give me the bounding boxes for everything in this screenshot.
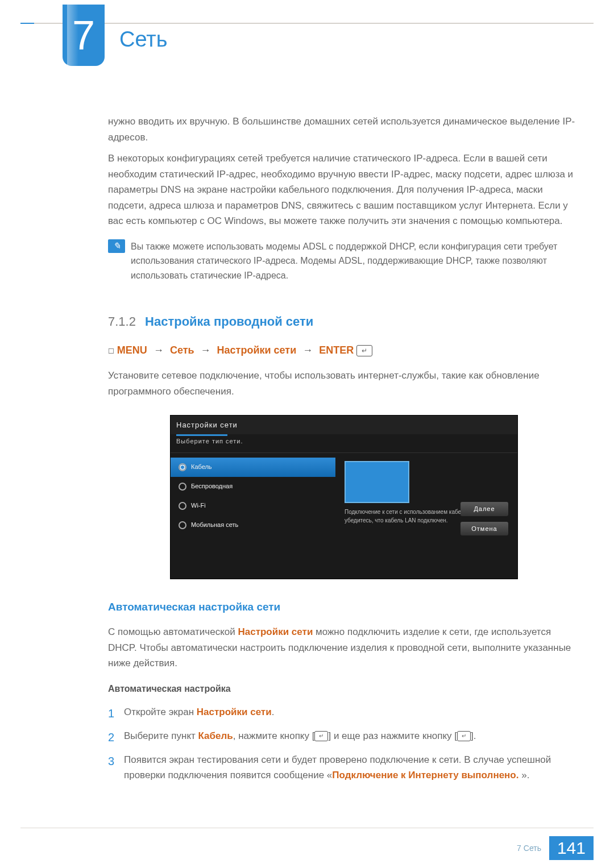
step-1: 1 Откройте экран Настройки сети.	[108, 704, 580, 722]
section-title: Настройка проводной сети	[145, 314, 313, 329]
screen-subtitle: Выберите тип сети.	[171, 434, 517, 453]
radio-icon	[179, 483, 186, 491]
section-intro: Установите сетевое подключение, чтобы ис…	[108, 368, 580, 399]
note-icon: ✎	[108, 239, 125, 253]
chapter-number: 7	[72, 12, 95, 59]
chapter-title: Сеть	[119, 27, 168, 52]
radio-icon	[179, 521, 186, 529]
step-3: 3 Появится экран тестирования сети и буд…	[108, 752, 580, 783]
screen-title: Настройки сети	[171, 416, 517, 434]
enter-icon: ↵	[356, 345, 372, 356]
steps-heading: Автоматическая настройка	[108, 682, 580, 696]
network-option-wireless[interactable]: Беспроводная	[171, 477, 335, 496]
tv-illustration	[345, 461, 409, 503]
cancel-button[interactable]: Отмена	[460, 522, 508, 536]
network-option-cable[interactable]: Кабель	[171, 458, 335, 477]
note-text: Вы также можете использовать модемы ADSL…	[131, 239, 580, 283]
network-option-mobile[interactable]: Мобильная сеть	[171, 516, 335, 535]
intro-paragraph: нужно вводить их вручную. В большинстве …	[108, 114, 580, 145]
enter-icon: ↵	[314, 731, 328, 741]
network-option-wifi[interactable]: Wi-Fi	[171, 496, 335, 516]
next-button[interactable]: Далее	[460, 502, 508, 516]
footer-label: 7 Сеть	[517, 844, 541, 853]
intro-paragraph: В некоторых конфигурациях сетей требуетс…	[108, 151, 580, 229]
network-type-list: Кабель Беспроводная Wi-Fi Мобильная сеть	[171, 453, 335, 539]
menu-path: ☐ MENU → Сеть → Настройки сети → ENTER ↵	[108, 342, 580, 359]
page-footer: 7 Сеть 141	[517, 836, 594, 860]
radio-icon	[179, 463, 186, 471]
chapter-number-tab: 7	[63, 5, 105, 66]
section-heading: 7.1.2 Настройка проводной сети	[108, 312, 580, 332]
auto-paragraph: С помощью автоматической Настройки сети …	[108, 624, 580, 671]
menu-icon: ☐	[108, 344, 114, 356]
section-number: 7.1.2	[108, 314, 136, 329]
page-number: 141	[549, 836, 594, 860]
radio-icon	[179, 502, 186, 510]
step-2: 2 Выберите пункт Кабель, нажмите кнопку …	[108, 728, 580, 746]
network-settings-screen: Настройки сети Выберите тип сети. Кабель…	[170, 415, 518, 579]
subsection-heading: Автоматическая настройка сети	[108, 599, 580, 616]
enter-icon: ↵	[457, 731, 471, 741]
